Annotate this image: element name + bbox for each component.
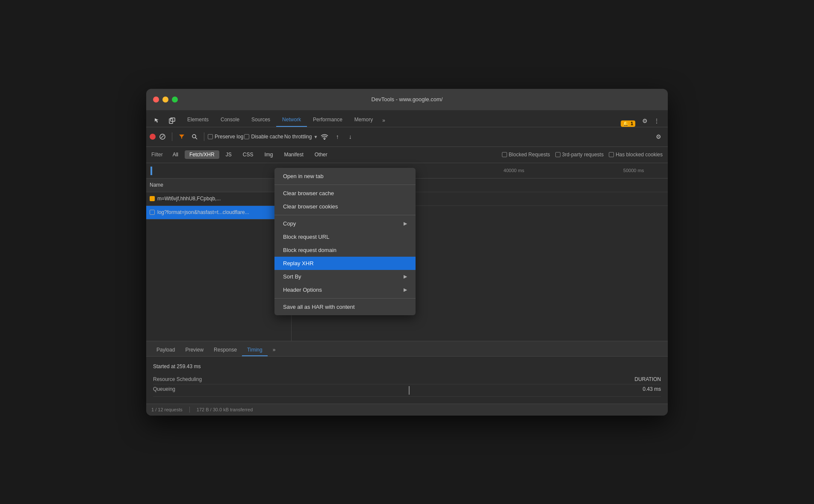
- clear-icon[interactable]: [156, 131, 168, 143]
- more-tabs-icon[interactable]: »: [379, 114, 389, 127]
- tab-network[interactable]: Network: [276, 113, 307, 127]
- filter-js[interactable]: JS: [221, 150, 236, 159]
- tab-bar: Elements Console Sources Network Perform…: [146, 110, 668, 127]
- throttle-label: No throttling: [284, 134, 312, 140]
- filter-label: Filter: [151, 152, 163, 158]
- filter-img[interactable]: Img: [260, 150, 277, 159]
- started-at: Started at 259.43 ms: [153, 363, 661, 369]
- third-party-label: 3rd-party requests: [562, 152, 604, 158]
- preserve-log-checkbox[interactable]: Preserve log: [208, 134, 243, 140]
- svg-line-3: [161, 135, 164, 138]
- network-settings-icon[interactable]: ⚙: [652, 131, 664, 143]
- bell-icon: 🔔: [623, 121, 629, 126]
- device-toggle-icon[interactable]: [166, 115, 178, 127]
- filter-icon[interactable]: [176, 131, 188, 143]
- context-menu: Open in new tab Clear browser cache Clea…: [274, 168, 416, 315]
- ctx-open-new-tab[interactable]: Open in new tab: [274, 170, 416, 183]
- minimize-button[interactable]: [162, 97, 168, 103]
- svg-point-4: [192, 135, 196, 138]
- notifications-badge[interactable]: 🔔 1: [621, 120, 635, 127]
- timeline-marker: [150, 167, 152, 175]
- list-header: Name: [146, 179, 291, 192]
- preserve-log-label: Preserve log: [215, 134, 243, 140]
- filter-buttons: All Fetch/XHR JS CSS Img Manifest Other: [168, 150, 332, 159]
- ctx-sort-arrow-icon: ▶: [404, 274, 407, 279]
- blocked-requests-check[interactable]: Blocked Requests: [502, 152, 550, 158]
- checkbox-icon2: [244, 134, 249, 139]
- tab-preview[interactable]: Preview: [180, 344, 209, 356]
- ctx-replay-xhr[interactable]: Replay XHR: [274, 257, 416, 270]
- has-blocked-cookies-label: Has blocked cookies: [616, 152, 663, 158]
- queueing-label: Queueing: [153, 386, 175, 395]
- close-button[interactable]: [153, 97, 159, 103]
- search-icon[interactable]: [189, 131, 201, 143]
- resource-scheduling-row: Resource Scheduling DURATION: [153, 375, 661, 384]
- ctx-sort-by[interactable]: Sort By ▶: [274, 270, 416, 283]
- blocked-checkbox-icon: [502, 152, 507, 157]
- ctx-save-har[interactable]: Save all as HAR with content: [274, 300, 416, 314]
- titlebar: DevTools - www.google.com/: [146, 89, 668, 110]
- disable-cache-label: Disable cache: [251, 134, 283, 140]
- filter-all[interactable]: All: [168, 150, 183, 159]
- devtools-window: DevTools - www.google.com/ Elements Cons…: [146, 89, 668, 416]
- timeline-mark-3: 50000 ms: [599, 168, 668, 173]
- ctx-block-url[interactable]: Block request URL: [274, 230, 416, 243]
- filter-manifest[interactable]: Manifest: [279, 150, 308, 159]
- traffic-lights: [153, 97, 178, 103]
- filter-fetch-xhr[interactable]: Fetch/XHR: [185, 150, 219, 159]
- wifi-icon[interactable]: [319, 131, 330, 143]
- status-bar: 1 / 12 requests 172 B / 30.0 kB transfer…: [146, 404, 668, 416]
- tab-response[interactable]: Response: [209, 344, 242, 356]
- tab-timing[interactable]: Timing: [242, 344, 268, 356]
- transfer-size: 172 B / 30.0 kB transferred: [197, 407, 253, 412]
- table-row-selected[interactable]: log?format=json&hasfast=t...cloudflare..…: [146, 206, 291, 220]
- duration-label: DURATION: [634, 376, 661, 382]
- tab-memory[interactable]: Memory: [348, 113, 379, 127]
- fullscreen-button[interactable]: [172, 97, 178, 103]
- blocked-requests-label: Blocked Requests: [509, 152, 550, 158]
- detail-panel: Payload Preview Response Timing » Starte…: [146, 341, 668, 404]
- ctx-copy-arrow-icon: ▶: [404, 221, 407, 226]
- more-options-icon[interactable]: ⋮: [651, 115, 663, 127]
- tab-elements[interactable]: Elements: [181, 113, 215, 127]
- ctx-clear-browser-cookies[interactable]: Clear browser cookies: [274, 200, 416, 213]
- request-name: m=Wt6vjf,hhhU8,FCpbqb,...: [157, 196, 221, 202]
- ctx-header-options[interactable]: Header Options ▶: [274, 283, 416, 296]
- tab-sources[interactable]: Sources: [245, 113, 276, 127]
- status-separator: [189, 407, 190, 413]
- inspect-element-icon[interactable]: [151, 115, 163, 127]
- detail-more-tabs-icon[interactable]: »: [268, 344, 281, 356]
- table-row[interactable]: m=Wt6vjf,hhhU8,FCpbqb,...: [146, 192, 291, 206]
- svg-point-6: [324, 139, 325, 140]
- third-party-checkbox-icon: [555, 152, 560, 157]
- tab-console[interactable]: Console: [215, 113, 245, 127]
- download-icon[interactable]: ↓: [344, 131, 356, 143]
- request-icon: [150, 196, 155, 201]
- queueing-row: Queueing 0.43 ms: [153, 384, 661, 397]
- ctx-separator-1: [274, 185, 416, 185]
- ctx-block-domain[interactable]: Block request domain: [274, 243, 416, 257]
- timing-content: Started at 259.43 ms Resource Scheduling…: [146, 357, 668, 404]
- ctx-clear-browser-cache[interactable]: Clear browser cache: [274, 187, 416, 200]
- filter-bar: Filter All Fetch/XHR JS CSS Img Manifest…: [146, 147, 668, 163]
- filter-other[interactable]: Other: [310, 150, 332, 159]
- ctx-header-arrow-icon: ▶: [404, 287, 407, 293]
- filter-css[interactable]: CSS: [238, 150, 258, 159]
- checkbox-icon: [208, 134, 213, 139]
- queueing-value: 0.43 ms: [643, 386, 661, 395]
- has-blocked-cookies-check[interactable]: Has blocked cookies: [609, 152, 663, 158]
- tab-payload[interactable]: Payload: [151, 344, 180, 356]
- third-party-check[interactable]: 3rd-party requests: [555, 152, 604, 158]
- ctx-separator-3: [274, 298, 416, 299]
- network-toolbar: Preserve log Disable cache No throttling…: [146, 127, 668, 147]
- tab-performance[interactable]: Performance: [307, 113, 348, 127]
- disable-cache-checkbox[interactable]: Disable cache: [244, 134, 283, 140]
- request-icon-selected: [150, 210, 155, 215]
- record-button[interactable]: [150, 134, 156, 140]
- ctx-copy[interactable]: Copy ▶: [274, 217, 416, 230]
- throttle-dropdown[interactable]: No throttling ▼: [284, 134, 318, 140]
- detail-tabs: Payload Preview Response Timing »: [146, 341, 668, 357]
- upload-icon[interactable]: ↑: [331, 131, 343, 143]
- settings-icon[interactable]: ⚙: [639, 115, 651, 127]
- requests-count: 1 / 12 requests: [151, 407, 183, 412]
